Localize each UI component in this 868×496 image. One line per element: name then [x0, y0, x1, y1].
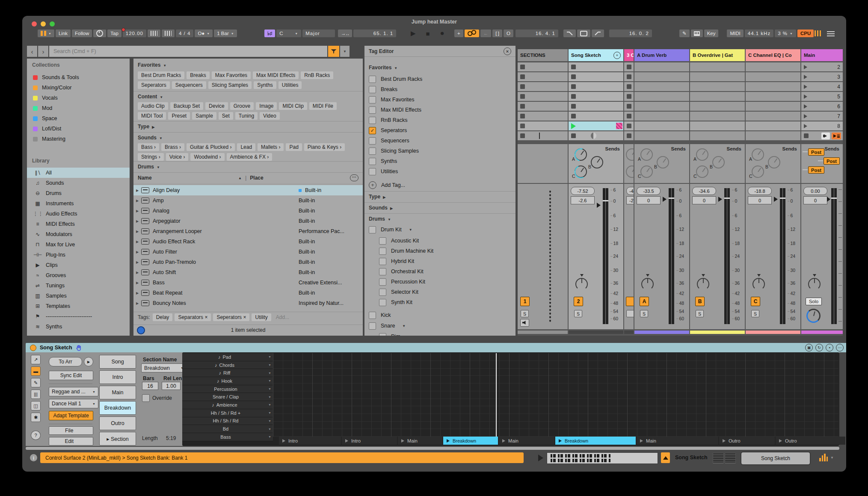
- section-name-select[interactable]: Breakdown▼: [141, 363, 187, 372]
- section-button[interactable]: ▸ Section: [99, 432, 136, 446]
- timeline-section-marker[interactable]: Outro: [719, 437, 775, 445]
- loop-length-display[interactable]: 16. 0. 2: [609, 30, 652, 37]
- sequencer-track-row[interactable]: Snare / Clap ▼: [182, 393, 273, 401]
- tag-checkbox[interactable]: ✓: [369, 148, 376, 155]
- volume-display[interactable]: -2.6: [571, 196, 595, 204]
- sidebar-library-item[interactable]: ⊖ Drums: [27, 188, 130, 198]
- expand-row-icon[interactable]: ▶: [133, 219, 141, 223]
- punch-in-icon[interactable]: [563, 30, 576, 37]
- kick-checkbox-row[interactable]: ✓Kick: [369, 310, 391, 320]
- browser-list-row[interactable]: ▶ Bass Creative Extensi...: [133, 278, 363, 288]
- loop-region-icon[interactable]: [577, 30, 590, 37]
- sounds-section-label[interactable]: Sounds▼: [138, 135, 163, 141]
- add-tag-placeholder[interactable]: Add...: [276, 314, 289, 320]
- browser-list-row[interactable]: ▶ Auto Pan-Tremolo Built-in: [133, 257, 363, 267]
- volume-fader[interactable]: [780, 188, 785, 324]
- play-button[interactable]: ▶: [411, 30, 416, 37]
- post-toggle-b[interactable]: Post: [824, 157, 840, 165]
- volume-display[interactable]: 0: [803, 196, 827, 204]
- groove-amount-button[interactable]: O●▼: [195, 30, 213, 37]
- help-icon[interactable]: ?: [31, 431, 41, 440]
- content-filter-chip[interactable]: Audio Clip: [138, 102, 168, 110]
- clip-slot[interactable]: [569, 121, 623, 130]
- expand-row-icon[interactable]: ▶: [133, 281, 141, 285]
- content-filter-chip[interactable]: Groove: [230, 102, 254, 110]
- device-thumbnail[interactable]: [725, 453, 736, 464]
- device-activator-icon[interactable]: [30, 345, 36, 351]
- row-caret-icon[interactable]: ▼: [268, 403, 271, 406]
- drum-kit-child-row[interactable]: ✓ Acoustic Kit: [379, 236, 515, 246]
- expand-row-icon[interactable]: ▶: [133, 250, 141, 254]
- browser-list-row[interactable]: ▶ Audio Effect Rack Built-in: [133, 236, 363, 247]
- time-signature-display[interactable]: 4 / 4: [176, 30, 193, 37]
- follow-arrangement-icon[interactable]: →․․: [338, 30, 352, 37]
- te-sounds-label[interactable]: Sounds▶: [369, 205, 393, 211]
- browser-list-row[interactable]: ▶ Arrangement Looper Performance Pac...: [133, 226, 363, 236]
- send-b-knob[interactable]: B: [591, 156, 603, 168]
- scene-launch-slot[interactable]: 3: [801, 72, 843, 81]
- tag-checkbox-row[interactable]: ✓ Max Favorites: [369, 94, 515, 105]
- tag-checkbox-row[interactable]: ✓ Slicing Samples: [369, 146, 515, 156]
- section-button[interactable]: Main: [99, 386, 136, 399]
- track-header[interactable]: B Overdrive | Gat: [690, 49, 745, 61]
- clip-slot[interactable]: [518, 112, 568, 121]
- row-caret-icon[interactable]: ▼: [268, 419, 271, 422]
- solo-button[interactable]: S: [640, 310, 648, 317]
- timeline-section-marker[interactable]: Intro: [342, 437, 397, 445]
- clip-slot[interactable]: [569, 82, 623, 91]
- duplicate-icon[interactable]: ◫: [31, 401, 41, 410]
- key-root-select[interactable]: C▼: [276, 30, 301, 37]
- peak-level-display[interactable]: -34.6: [692, 187, 716, 195]
- tag-checkbox[interactable]: ✓: [369, 117, 376, 124]
- sidebar-library-item[interactable]: ⊓ Max for Live: [27, 239, 130, 250]
- cloud-status-icon[interactable]: [137, 326, 145, 334]
- favorites-section-label[interactable]: Favorites▼: [138, 62, 166, 68]
- map-mode-icon[interactable]: ▣: [805, 344, 813, 351]
- expand-row-icon[interactable]: ▶: [133, 271, 141, 275]
- sidebar-library-item[interactable]: ≋ Synths: [27, 322, 130, 332]
- tag-checkbox[interactable]: ✓: [369, 137, 376, 145]
- stop-all-clips-button[interactable]: [821, 133, 830, 139]
- sounds-filter-chip[interactable]: Lead: [237, 143, 255, 151]
- volume-fader[interactable]: [603, 188, 608, 324]
- drum-kit-child-row[interactable]: ✓ Percussion Kit: [379, 277, 515, 287]
- expand-row-icon[interactable]: ▶: [133, 199, 141, 203]
- send-b-knob[interactable]: B: [657, 156, 669, 168]
- sequencer-track-row[interactable]: ♪ Pad ▼: [182, 353, 273, 361]
- row-caret-icon[interactable]: ▼: [268, 396, 271, 399]
- sounds-filter-chip[interactable]: Woodwind ›: [190, 153, 224, 161]
- pan-knob[interactable]: [697, 278, 709, 290]
- sidebar-library-item[interactable]: ⊣⊢ Plug-Ins: [27, 250, 130, 260]
- sounds-filter-chip[interactable]: Piano & Keys ›: [304, 143, 345, 151]
- collection-item[interactable]: Mastering: [27, 134, 130, 144]
- send-b-knob[interactable]: B: [712, 156, 725, 168]
- key-signature-icon[interactable]: ♭♯: [264, 30, 275, 37]
- sidebar-library-item[interactable]: ≡ MIDI Effects: [27, 219, 130, 229]
- sidebar-library-item[interactable]: ⇌ Tunings: [27, 280, 130, 291]
- clip-slot[interactable]: [624, 72, 634, 81]
- add-tag-button[interactable]: + Add Tag...: [369, 180, 405, 190]
- favorites-filter-chip[interactable]: Max Favorites: [212, 71, 251, 79]
- device-title-bar[interactable]: Song Sketch ▣ ↻ ▪ ⋯: [26, 343, 846, 352]
- content-filter-chip[interactable]: Video: [260, 112, 279, 120]
- solo-button[interactable]: S: [574, 310, 582, 317]
- favorites-filter-chip[interactable]: Sequencers: [172, 81, 206, 89]
- punch-out-icon[interactable]: [592, 30, 604, 37]
- tag-checkbox-row[interactable]: ✓ Sequencers: [369, 136, 515, 146]
- send-knob[interactable]: [626, 148, 634, 161]
- more-options-icon[interactable]: ⋯: [836, 344, 844, 351]
- sync-icon[interactable]: ↻: [815, 344, 823, 351]
- timeline-section-marker[interactable]: Breakdown: [555, 437, 636, 445]
- track-header[interactable]: SECTIONS: [518, 49, 568, 61]
- track-header[interactable]: Song Sketch ≡: [569, 49, 623, 61]
- peak-level-display[interactable]: -7.52: [571, 187, 595, 195]
- fader-handle[interactable]: [724, 198, 730, 199]
- type-section-label[interactable]: Type▶: [138, 124, 154, 130]
- section-button[interactable]: Song: [99, 355, 136, 369]
- cpu-meter-value[interactable]: 3 %▼: [775, 30, 796, 37]
- clip-slot[interactable]: [518, 102, 568, 111]
- output-meter-icon[interactable]: ▼: [819, 454, 834, 461]
- computer-midi-keyboard-icon[interactable]: [691, 30, 703, 37]
- clip-slot[interactable]: [624, 92, 634, 101]
- sounds-filter-chip[interactable]: Bass ›: [138, 143, 159, 151]
